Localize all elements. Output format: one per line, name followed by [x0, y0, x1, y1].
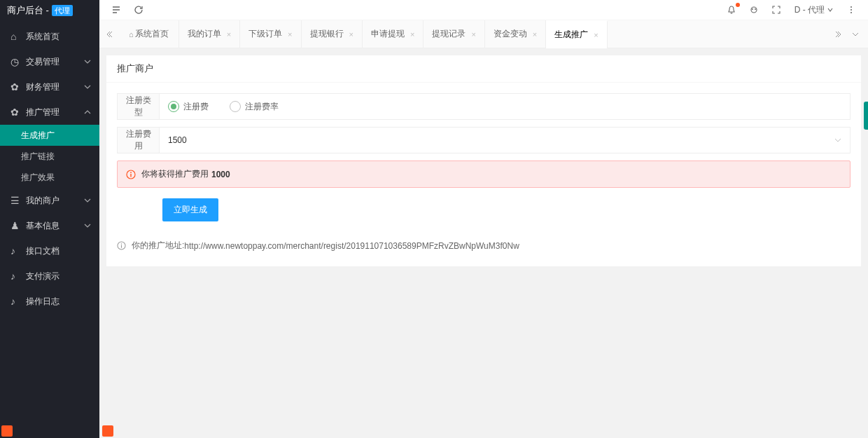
- chevron-down-icon: [84, 197, 91, 204]
- list-icon: ☰: [10, 195, 20, 206]
- sidebar-item-finance[interactable]: ✿ 财务管理: [0, 74, 99, 100]
- tab-generate-promotion[interactable]: 生成推广 ×: [546, 20, 607, 48]
- radio-label: 注册费率: [245, 101, 279, 113]
- url-value: http://www.newtoppay.com/merchant/regist…: [184, 241, 519, 251]
- gear-icon: ✿: [10, 107, 20, 118]
- svg-point-7: [130, 172, 132, 173]
- alert-text: 你将获得推广费用: [141, 168, 209, 180]
- theme-button[interactable]: [743, 0, 765, 20]
- form-label-type: 注册类型: [118, 94, 160, 119]
- tab-home[interactable]: ⌂ 系统首页: [119, 20, 179, 48]
- alert-promotion-fee: 你将获得推广费用 1000: [117, 160, 850, 188]
- svg-rect-8: [130, 174, 131, 177]
- sidebar-submenu-promotion: 生成推广 推广链接 推广效果: [0, 125, 99, 188]
- user-name: D - 代理: [794, 4, 825, 16]
- sidebar-item-pay-demo[interactable]: ♪ 支付演示: [0, 264, 99, 289]
- tab-label: 申请提现: [371, 28, 405, 40]
- form-label-fee: 注册费用: [118, 128, 160, 153]
- tabs-prev-button[interactable]: [99, 20, 119, 48]
- info-icon: [126, 170, 136, 179]
- sidebar-item-label: 财务管理: [26, 81, 59, 93]
- radio-register-rate[interactable]: 注册费率: [230, 101, 279, 113]
- home-icon: ⌂: [10, 31, 20, 42]
- tab-label: 我的订单: [188, 28, 221, 40]
- sidebar-item-trade[interactable]: ◷ 交易管理: [0, 49, 99, 74]
- sidebar-item-label: 支付演示: [26, 271, 59, 282]
- radio-icon: [230, 101, 241, 112]
- sidebar-subitem-generate[interactable]: 生成推广: [0, 125, 99, 146]
- chevron-down-icon: [84, 83, 91, 90]
- close-icon[interactable]: ×: [594, 31, 598, 39]
- chart-icon: ◷: [10, 56, 20, 67]
- close-icon[interactable]: ×: [349, 30, 354, 39]
- user-menu[interactable]: D - 代理: [788, 0, 840, 20]
- sidebar: 商户后台 - 代理 ⌂ 系统首页 ◷ 交易管理 ✿ 财务管理: [0, 0, 99, 438]
- svg-point-0: [751, 7, 757, 13]
- tabs-next-button[interactable]: [830, 31, 847, 38]
- sidebar-item-logs[interactable]: ♪ 操作日志: [0, 289, 99, 314]
- home-icon: ⌂: [129, 30, 134, 39]
- main: D - 代理 ⌂ 系统首页 我的订: [99, 0, 868, 438]
- tab-label: 提现记录: [432, 28, 465, 40]
- corner-icon: [1, 425, 13, 437]
- topbar: D - 代理: [99, 0, 868, 20]
- svg-rect-11: [121, 245, 122, 248]
- close-icon[interactable]: ×: [471, 30, 475, 39]
- sidebar-item-promotion[interactable]: ✿ 推广管理: [0, 100, 99, 125]
- alert-value: 1000: [211, 170, 230, 179]
- tab-fund-change[interactable]: 资金变动 ×: [485, 20, 546, 48]
- radio-register-fee[interactable]: 注册费: [168, 101, 209, 113]
- sidebar-item-home[interactable]: ⌂ 系统首页: [0, 24, 99, 49]
- brand: 商户后台 - 代理: [0, 0, 99, 20]
- menu-toggle-button[interactable]: [105, 0, 127, 20]
- card: 推广商户 注册类型 注册费 注册费率: [106, 55, 861, 266]
- tabs-container: ⌂ 系统首页 我的订单 × 下级订单 × 提现银行 × 申请提现 ×: [119, 20, 830, 48]
- tab-sub-orders[interactable]: 下级订单 ×: [240, 20, 301, 48]
- chevron-down-icon: [84, 58, 91, 65]
- tabs-dropdown-button[interactable]: [847, 31, 864, 38]
- user-icon: ♟: [10, 220, 20, 231]
- more-button[interactable]: [840, 0, 862, 20]
- sidebar-item-profile[interactable]: ♟ 基本信息: [0, 213, 99, 238]
- chevron-down-icon: [84, 222, 91, 229]
- bell-icon: ♪: [10, 271, 20, 282]
- brand-title: 商户后台 -: [7, 4, 49, 17]
- svg-point-3: [850, 6, 852, 8]
- sidebar-subitem-label: 推广链接: [21, 151, 55, 163]
- tab-withdraw-log[interactable]: 提现记录 ×: [424, 20, 484, 48]
- close-icon[interactable]: ×: [533, 30, 537, 39]
- sidebar-subitem-link[interactable]: 推广链接: [0, 146, 99, 167]
- content-area: 推广商户 注册类型 注册费 注册费率: [99, 48, 868, 438]
- corner-icon: [102, 425, 113, 437]
- tab-withdraw-bank[interactable]: 提现银行 ×: [302, 20, 363, 48]
- generate-button[interactable]: 立即生成: [162, 198, 218, 221]
- form-row-fee: 注册费用 1500: [117, 127, 850, 153]
- radio-icon: [168, 101, 179, 112]
- close-icon[interactable]: ×: [410, 30, 414, 39]
- promotion-url-info: 你的推广地址: http://www.newtoppay.com/merchan…: [117, 237, 850, 256]
- refresh-button[interactable]: [127, 0, 150, 20]
- chevron-up-icon: [84, 109, 91, 116]
- notification-button[interactable]: [720, 0, 743, 20]
- fullscreen-button[interactable]: [765, 0, 788, 20]
- radio-label: 注册费: [183, 101, 209, 113]
- fee-value: 1500: [168, 135, 187, 145]
- sidebar-subitem-effect[interactable]: 推广效果: [0, 167, 99, 188]
- gear-icon: ✿: [10, 81, 20, 93]
- sidebar-item-api-docs[interactable]: ♪ 接口文档: [0, 238, 99, 264]
- close-icon[interactable]: ×: [227, 30, 231, 39]
- right-drawer-handle[interactable]: [864, 102, 868, 130]
- svg-point-4: [850, 9, 852, 11]
- brand-badge: 代理: [52, 5, 73, 16]
- tab-my-orders[interactable]: 我的订单 ×: [179, 20, 240, 48]
- sidebar-subitem-label: 生成推广: [21, 130, 55, 142]
- sidebar-item-label: 我的商户: [26, 195, 59, 207]
- bell-icon: ♪: [10, 245, 20, 256]
- tab-apply-withdraw[interactable]: 申请提现 ×: [363, 20, 424, 48]
- sidebar-item-merchants[interactable]: ☰ 我的商户: [0, 188, 99, 213]
- sidebar-subitem-label: 推广效果: [21, 172, 55, 184]
- bell-icon: ♪: [10, 296, 20, 307]
- fee-select[interactable]: 1500: [160, 135, 850, 145]
- close-icon[interactable]: ×: [288, 30, 292, 39]
- tab-label: 提现银行: [310, 28, 344, 40]
